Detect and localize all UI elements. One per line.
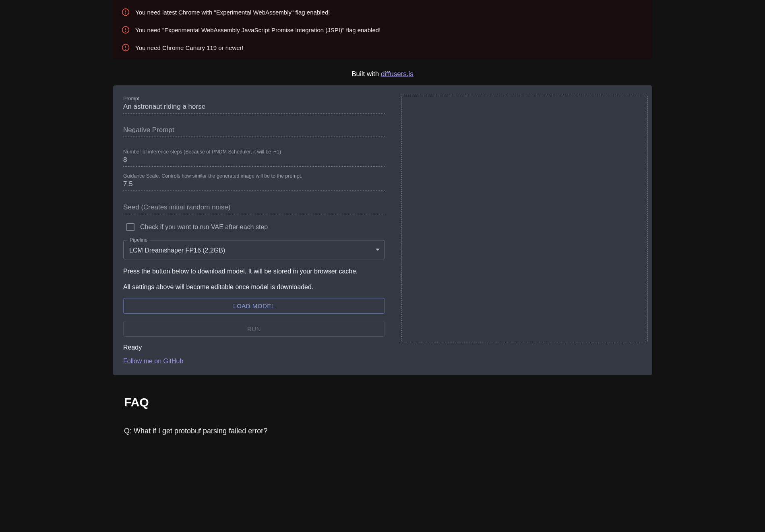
alert-row: You need Chrome Canary 119 or newer! <box>113 39 652 56</box>
error-icon <box>122 26 130 34</box>
faq-question-1: Q: What if I get protobuf parsing failed… <box>124 427 641 435</box>
error-icon <box>122 8 130 16</box>
seed-input[interactable] <box>123 203 385 214</box>
pipeline-select[interactable]: Pipeline LCM Dreamshaper FP16 (2.2GB) <box>123 240 385 259</box>
alert-row: You need latest Chrome with "Experimenta… <box>113 3 652 21</box>
run-button[interactable]: RUN <box>123 321 385 337</box>
pipeline-value: LCM Dreamshaper FP16 (2.2GB) <box>129 247 225 254</box>
alert-row: You need "Experimental WebAssembly JavaS… <box>113 21 652 39</box>
github-link[interactable]: Follow me on GitHub <box>123 358 385 365</box>
status-text: Ready <box>123 344 385 351</box>
prompt-input[interactable] <box>123 102 385 113</box>
neg-prompt-input[interactable] <box>123 126 385 137</box>
svg-point-8 <box>126 49 126 50</box>
svg-point-5 <box>126 31 126 32</box>
image-preview-placeholder <box>401 96 647 342</box>
alert-text: You need latest Chrome with "Experimenta… <box>135 9 330 16</box>
field-underline <box>123 214 385 214</box>
guidance-label: Guidance Scale. Controls how similar the… <box>123 173 385 179</box>
checkbox-icon <box>126 223 134 231</box>
field-underline <box>123 166 385 167</box>
steps-label: Number of inference steps (Because of PN… <box>123 149 385 155</box>
built-with-prefix: Built with <box>351 70 381 78</box>
seed-field <box>123 203 385 214</box>
neg-prompt-field <box>123 126 385 137</box>
faq-heading: FAQ <box>124 395 641 409</box>
svg-point-2 <box>126 14 126 14</box>
info-paragraph-1: Press the button below to download model… <box>123 267 385 276</box>
diffusers-link[interactable]: diffusers.js <box>381 70 414 78</box>
guidance-field: Guidance Scale. Controls how similar the… <box>123 173 385 191</box>
alerts-panel: You need latest Chrome with "Experimenta… <box>113 0 652 60</box>
field-underline <box>123 113 385 114</box>
vae-checkbox-row[interactable]: Check if you want to run VAE after each … <box>123 221 385 240</box>
steps-field: Number of inference steps (Because of PN… <box>123 149 385 167</box>
prompt-field: Prompt <box>123 96 385 114</box>
faq-section: FAQ Q: What if I get protobuf parsing fa… <box>113 375 652 435</box>
alert-text: You need Chrome Canary 119 or newer! <box>135 44 244 51</box>
prompt-label: Prompt <box>123 96 385 101</box>
form-column: Prompt Number of inference steps (Becaus… <box>123 96 385 365</box>
error-icon <box>122 43 130 52</box>
alert-text: You need "Experimental WebAssembly JavaS… <box>135 27 380 33</box>
built-with-line: Built with diffusers.js <box>113 68 652 85</box>
load-model-button[interactable]: LOAD MODEL <box>123 298 385 314</box>
field-underline <box>123 190 385 191</box>
vae-checkbox-label: Check if you want to run VAE after each … <box>140 224 268 231</box>
pipeline-legend: Pipeline <box>128 237 149 243</box>
main-panel: Prompt Number of inference steps (Becaus… <box>113 85 652 375</box>
field-underline <box>123 137 385 137</box>
preview-column <box>401 96 647 365</box>
guidance-input[interactable] <box>123 180 385 190</box>
chevron-down-icon <box>376 249 380 251</box>
steps-input[interactable] <box>123 155 385 166</box>
info-paragraph-2: All settings above will become editable … <box>123 282 385 292</box>
